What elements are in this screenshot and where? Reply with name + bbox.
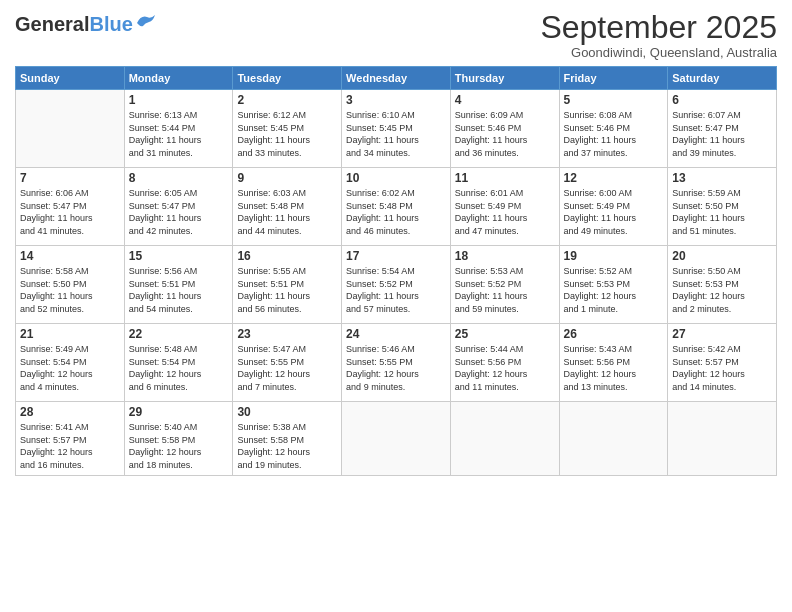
day-number: 15 [129,249,229,263]
day-info: Sunrise: 5:58 AM Sunset: 5:50 PM Dayligh… [20,265,120,315]
day-number: 16 [237,249,337,263]
calendar-cell [668,402,777,475]
day-info: Sunrise: 5:56 AM Sunset: 5:51 PM Dayligh… [129,265,229,315]
calendar-cell: 8Sunrise: 6:05 AM Sunset: 5:47 PM Daylig… [124,168,233,246]
title-section: September 2025 Goondiwindi, Queensland, … [540,10,777,60]
day-number: 18 [455,249,555,263]
calendar-cell: 25Sunrise: 5:44 AM Sunset: 5:56 PM Dayli… [450,324,559,402]
calendar-cell: 2Sunrise: 6:12 AM Sunset: 5:45 PM Daylig… [233,90,342,168]
day-info: Sunrise: 5:55 AM Sunset: 5:51 PM Dayligh… [237,265,337,315]
day-number: 11 [455,171,555,185]
day-info: Sunrise: 5:38 AM Sunset: 5:58 PM Dayligh… [237,421,337,471]
day-number: 12 [564,171,664,185]
week-row-5: 28Sunrise: 5:41 AM Sunset: 5:57 PM Dayli… [16,402,777,475]
day-info: Sunrise: 5:49 AM Sunset: 5:54 PM Dayligh… [20,343,120,393]
day-number: 3 [346,93,446,107]
calendar-cell: 13Sunrise: 5:59 AM Sunset: 5:50 PM Dayli… [668,168,777,246]
day-info: Sunrise: 6:03 AM Sunset: 5:48 PM Dayligh… [237,187,337,237]
day-number: 22 [129,327,229,341]
calendar-cell: 29Sunrise: 5:40 AM Sunset: 5:58 PM Dayli… [124,402,233,475]
calendar-cell: 5Sunrise: 6:08 AM Sunset: 5:46 PM Daylig… [559,90,668,168]
calendar-cell: 15Sunrise: 5:56 AM Sunset: 5:51 PM Dayli… [124,246,233,324]
logo-blue: Blue [89,13,132,35]
day-number: 28 [20,405,120,419]
day-info: Sunrise: 6:10 AM Sunset: 5:45 PM Dayligh… [346,109,446,159]
day-number: 14 [20,249,120,263]
calendar-cell: 22Sunrise: 5:48 AM Sunset: 5:54 PM Dayli… [124,324,233,402]
col-friday: Friday [559,67,668,90]
calendar-cell: 30Sunrise: 5:38 AM Sunset: 5:58 PM Dayli… [233,402,342,475]
day-number: 13 [672,171,772,185]
calendar-cell [342,402,451,475]
day-info: Sunrise: 6:01 AM Sunset: 5:49 PM Dayligh… [455,187,555,237]
week-row-3: 14Sunrise: 5:58 AM Sunset: 5:50 PM Dayli… [16,246,777,324]
calendar-cell: 17Sunrise: 5:54 AM Sunset: 5:52 PM Dayli… [342,246,451,324]
calendar-cell: 9Sunrise: 6:03 AM Sunset: 5:48 PM Daylig… [233,168,342,246]
calendar-cell: 18Sunrise: 5:53 AM Sunset: 5:52 PM Dayli… [450,246,559,324]
day-number: 21 [20,327,120,341]
day-number: 2 [237,93,337,107]
col-monday: Monday [124,67,233,90]
week-row-4: 21Sunrise: 5:49 AM Sunset: 5:54 PM Dayli… [16,324,777,402]
day-number: 8 [129,171,229,185]
day-info: Sunrise: 5:48 AM Sunset: 5:54 PM Dayligh… [129,343,229,393]
calendar-body: 1Sunrise: 6:13 AM Sunset: 5:44 PM Daylig… [16,90,777,475]
day-number: 30 [237,405,337,419]
calendar-cell: 24Sunrise: 5:46 AM Sunset: 5:55 PM Dayli… [342,324,451,402]
day-number: 10 [346,171,446,185]
day-info: Sunrise: 6:06 AM Sunset: 5:47 PM Dayligh… [20,187,120,237]
day-info: Sunrise: 6:00 AM Sunset: 5:49 PM Dayligh… [564,187,664,237]
day-number: 27 [672,327,772,341]
calendar-cell: 26Sunrise: 5:43 AM Sunset: 5:56 PM Dayli… [559,324,668,402]
col-tuesday: Tuesday [233,67,342,90]
day-number: 9 [237,171,337,185]
day-number: 19 [564,249,664,263]
day-info: Sunrise: 6:12 AM Sunset: 5:45 PM Dayligh… [237,109,337,159]
header-row: Sunday Monday Tuesday Wednesday Thursday… [16,67,777,90]
day-info: Sunrise: 5:59 AM Sunset: 5:50 PM Dayligh… [672,187,772,237]
day-number: 5 [564,93,664,107]
day-info: Sunrise: 5:47 AM Sunset: 5:55 PM Dayligh… [237,343,337,393]
day-info: Sunrise: 6:02 AM Sunset: 5:48 PM Dayligh… [346,187,446,237]
day-number: 24 [346,327,446,341]
month-title: September 2025 [540,10,777,45]
calendar-cell: 3Sunrise: 6:10 AM Sunset: 5:45 PM Daylig… [342,90,451,168]
day-info: Sunrise: 6:08 AM Sunset: 5:46 PM Dayligh… [564,109,664,159]
day-info: Sunrise: 5:40 AM Sunset: 5:58 PM Dayligh… [129,421,229,471]
bird-icon [135,13,157,29]
day-number: 23 [237,327,337,341]
day-info: Sunrise: 5:42 AM Sunset: 5:57 PM Dayligh… [672,343,772,393]
day-number: 7 [20,171,120,185]
day-number: 6 [672,93,772,107]
calendar-header: Sunday Monday Tuesday Wednesday Thursday… [16,67,777,90]
location: Goondiwindi, Queensland, Australia [540,45,777,60]
calendar-cell: 10Sunrise: 6:02 AM Sunset: 5:48 PM Dayli… [342,168,451,246]
calendar-cell: 16Sunrise: 5:55 AM Sunset: 5:51 PM Dayli… [233,246,342,324]
calendar-cell [559,402,668,475]
logo-general: General [15,13,89,35]
week-row-2: 7Sunrise: 6:06 AM Sunset: 5:47 PM Daylig… [16,168,777,246]
calendar-cell: 19Sunrise: 5:52 AM Sunset: 5:53 PM Dayli… [559,246,668,324]
day-info: Sunrise: 5:50 AM Sunset: 5:53 PM Dayligh… [672,265,772,315]
day-number: 17 [346,249,446,263]
calendar-cell: 14Sunrise: 5:58 AM Sunset: 5:50 PM Dayli… [16,246,125,324]
day-number: 29 [129,405,229,419]
calendar-table: Sunday Monday Tuesday Wednesday Thursday… [15,66,777,475]
day-info: Sunrise: 5:54 AM Sunset: 5:52 PM Dayligh… [346,265,446,315]
col-sunday: Sunday [16,67,125,90]
day-number: 26 [564,327,664,341]
header: GeneralBlue September 2025 Goondiwindi, … [15,10,777,60]
calendar-cell [450,402,559,475]
calendar-cell [16,90,125,168]
day-number: 4 [455,93,555,107]
day-info: Sunrise: 6:09 AM Sunset: 5:46 PM Dayligh… [455,109,555,159]
day-number: 1 [129,93,229,107]
calendar-cell: 11Sunrise: 6:01 AM Sunset: 5:49 PM Dayli… [450,168,559,246]
calendar-page: GeneralBlue September 2025 Goondiwindi, … [0,0,792,612]
day-info: Sunrise: 6:07 AM Sunset: 5:47 PM Dayligh… [672,109,772,159]
col-wednesday: Wednesday [342,67,451,90]
day-info: Sunrise: 5:41 AM Sunset: 5:57 PM Dayligh… [20,421,120,471]
day-info: Sunrise: 5:53 AM Sunset: 5:52 PM Dayligh… [455,265,555,315]
day-info: Sunrise: 6:05 AM Sunset: 5:47 PM Dayligh… [129,187,229,237]
day-number: 25 [455,327,555,341]
